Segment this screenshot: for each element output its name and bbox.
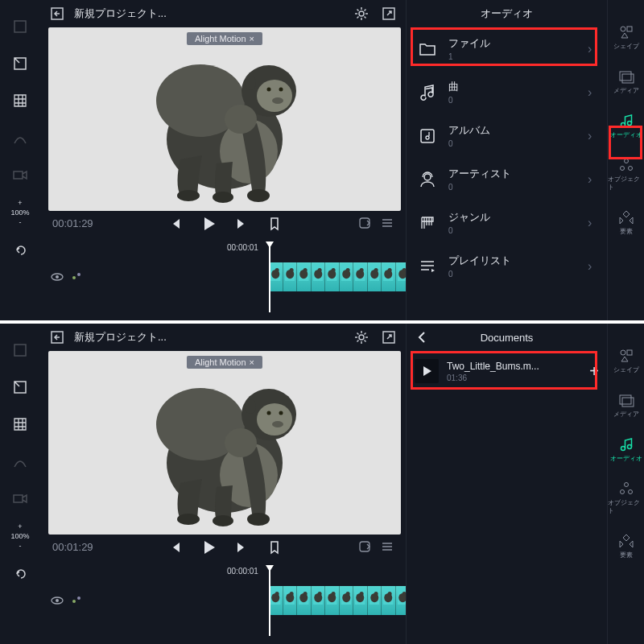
timeline-options-icon[interactable] [380, 216, 394, 230]
tab-audio[interactable]: オーディオ [610, 113, 642, 139]
go-start-icon[interactable] [167, 217, 182, 231]
svg-point-28 [424, 174, 431, 180]
tab-audio[interactable]: オーディオ [610, 436, 642, 463]
layer-style-icon[interactable] [71, 593, 84, 608]
playlist-icon [418, 257, 437, 276]
tool-grid-icon[interactable] [8, 89, 32, 113]
chevron-right-icon: › [588, 259, 596, 274]
canvas-content [136, 43, 313, 204]
chevron-right-icon: › [588, 85, 596, 100]
back-chevron-icon[interactable] [415, 330, 429, 345]
timeline-options-icon[interactable] [380, 539, 394, 554]
tab-object[interactable]: オブジェクト [608, 157, 644, 192]
timeline[interactable]: 00:00:01 [48, 242, 401, 320]
chevron-right-icon: › [588, 216, 596, 230]
tab-media[interactable]: メディア [613, 392, 639, 419]
top-bar: 新規プロジェクト... [40, 324, 406, 351]
go-end-icon[interactable] [235, 217, 250, 231]
svg-rect-31 [620, 72, 631, 80]
timeline[interactable]: 00:00:01 [48, 565, 401, 644]
canvas-viewport[interactable]: Alight Motion× [48, 351, 401, 535]
audio-item-albums[interactable]: アルバム0 › [407, 114, 607, 158]
file-name: Two_Little_Bums.m... [447, 361, 559, 372]
svg-point-41 [359, 335, 364, 340]
svg-point-56 [628, 490, 632, 494]
playhead[interactable] [269, 565, 270, 636]
tab-shape[interactable]: シェイプ [613, 24, 639, 51]
tab-element[interactable]: 要素 [618, 533, 634, 559]
loop-icon[interactable] [357, 539, 372, 554]
zoom-control[interactable]: +100%- [10, 522, 29, 551]
back-to-projects-icon[interactable] [48, 5, 66, 23]
preview-play-icon[interactable] [415, 359, 439, 383]
play-icon[interactable] [200, 215, 217, 233]
tool-bezier-icon[interactable] [8, 126, 32, 150]
svg-rect-32 [622, 74, 634, 83]
svg-point-19 [359, 11, 364, 16]
tab-shape[interactable]: シェイプ [613, 348, 639, 374]
tab-element[interactable]: 要素 [618, 209, 634, 236]
svg-point-24 [72, 276, 76, 279]
tool-fold-icon[interactable] [8, 375, 32, 399]
export-icon[interactable] [380, 5, 398, 23]
svg-rect-43 [360, 542, 369, 551]
tool-fold-icon[interactable] [8, 52, 32, 76]
tool-camera-icon[interactable] [8, 486, 32, 510]
music-note-icon [418, 83, 437, 102]
audio-file-item[interactable]: Two_Little_Bums.m...01:36 + [407, 351, 607, 391]
svg-rect-39 [14, 495, 23, 502]
svg-point-55 [620, 490, 624, 494]
canvas-viewport[interactable]: Alight Motion× [48, 27, 401, 211]
settings-icon[interactable] [353, 5, 370, 23]
svg-rect-17 [14, 171, 23, 179]
documents-panel: Documents Two_Little_Bums.m...01:36 + [406, 324, 607, 644]
tool-bezier-icon[interactable] [8, 449, 32, 473]
svg-point-48 [621, 350, 625, 355]
audio-item-file[interactable]: ファイル1 › [407, 27, 607, 71]
tool-transform-icon[interactable] [8, 338, 32, 362]
audio-item-artists[interactable]: アーティスト0 › [407, 158, 607, 201]
bookmark-icon[interactable] [267, 217, 282, 231]
svg-point-36 [620, 167, 624, 171]
audio-item-songs[interactable]: 曲0 › [407, 71, 607, 114]
go-end-icon[interactable] [235, 540, 250, 555]
tool-transform-icon[interactable] [8, 14, 32, 39]
tool-grid-icon[interactable] [8, 412, 32, 436]
chevron-right-icon: › [588, 129, 596, 143]
audio-item-playlists[interactable]: プレイリスト0 › [407, 245, 607, 288]
svg-rect-38 [14, 345, 26, 356]
genre-icon [418, 213, 437, 233]
top-bar: 新規プロジェクト... [40, 0, 406, 27]
visibility-icon[interactable] [50, 270, 64, 284]
timeline-timestamp: 00:00:01 [227, 567, 258, 576]
transport-controls [48, 535, 401, 560]
tab-media[interactable]: メディア [613, 68, 639, 95]
undo-icon[interactable] [8, 562, 32, 586]
svg-point-54 [624, 483, 628, 487]
tool-camera-icon[interactable] [8, 163, 32, 187]
svg-point-23 [56, 275, 59, 279]
audio-item-genres[interactable]: ジャンル0 › [407, 201, 607, 245]
project-name[interactable]: 新規プロジェクト... [74, 6, 167, 21]
undo-icon[interactable] [8, 238, 32, 262]
tab-object[interactable]: オブジェクト [608, 481, 644, 515]
visibility-icon[interactable] [50, 593, 64, 608]
project-name[interactable]: 新規プロジェクト... [74, 330, 167, 345]
play-icon[interactable] [200, 539, 217, 556]
export-icon[interactable] [380, 328, 398, 346]
settings-icon[interactable] [353, 328, 370, 346]
right-tab-bar: シェイプ メディア オーディオ オブジェクト 要素 [607, 324, 644, 644]
layer-style-icon[interactable] [71, 270, 84, 284]
go-start-icon[interactable] [167, 540, 182, 555]
svg-point-25 [77, 273, 80, 276]
add-to-timeline-icon[interactable]: + [589, 362, 599, 381]
back-to-projects-icon[interactable] [48, 328, 66, 346]
svg-rect-30 [627, 27, 632, 31]
loop-icon[interactable] [357, 216, 372, 230]
zoom-control[interactable]: +100%- [10, 198, 29, 227]
chevron-right-icon: › [588, 172, 596, 187]
svg-rect-21 [360, 218, 369, 228]
bookmark-icon[interactable] [267, 540, 282, 555]
playhead[interactable] [269, 242, 270, 312]
folder-icon [418, 39, 437, 59]
